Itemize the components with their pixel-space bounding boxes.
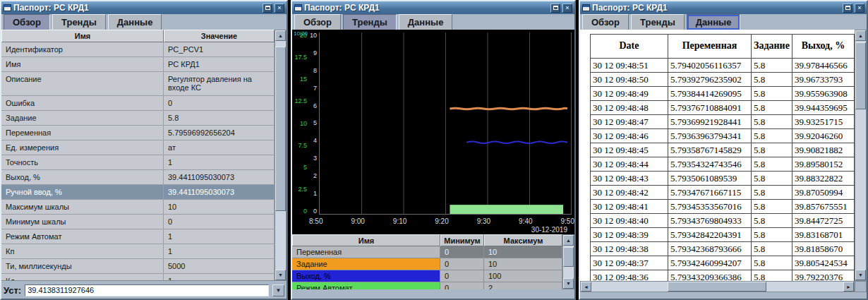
horizontal-scrollbar[interactable]: ◄ ► [580,281,855,292]
scroll-down-button[interactable]: ▼ [563,278,574,289]
table-row[interactable]: 30 12 09:48:37 5.79342460994207 5.8 39.8… [591,256,855,270]
table-row[interactable]: Точность 1 [1,155,275,170]
table-row[interactable]: 30 12 09:48:40 5.79343769804933 5.8 39.8… [591,214,855,228]
scrollbar-thumb[interactable] [275,47,286,211]
legend-header-name[interactable]: Имя [292,234,440,246]
column-header-name[interactable]: Имя [1,30,164,42]
close-button[interactable]: × [855,4,864,13]
legend-header-max[interactable]: Максимум [484,234,562,246]
column-header-output[interactable]: Выход, % [792,35,855,59]
restore-button[interactable] [843,4,852,13]
table-row[interactable]: 30 12 09:48:51 5.79402056116357 5.8 39.9… [591,59,855,73]
legend-vertical-scrollbar[interactable]: ▲ ▼ [562,234,574,289]
restore-button[interactable] [550,4,560,13]
table-row[interactable]: Ошибка 0 [1,96,275,111]
table-row[interactable]: Ед. измерения ат [1,140,275,155]
legend-header-min[interactable]: Минимум [440,234,484,246]
scroll-down-button[interactable]: ▼ [855,270,866,280]
scrollbar-track[interactable] [275,41,286,270]
cell-date: 30 12 09:48:45 [591,143,668,157]
tab-data[interactable]: Данные [399,14,453,30]
titlebar[interactable]: Паспорт: PC КРД1 × [292,1,574,14]
tab-trends[interactable]: Тренды [52,14,106,30]
legend-row[interactable]: Режим Автомат 0 2 [292,282,562,289]
column-header-variable[interactable]: Переменная [668,35,752,59]
column-header-setpoint[interactable]: Задание [752,35,792,59]
column-header-date[interactable]: Date [591,35,668,59]
scrollbar-track[interactable] [591,282,843,292]
cell-variable: 5.7935061089539 [668,172,752,186]
table-row[interactable]: Идентификатор PC_PCV1 [1,42,275,57]
tab-trends[interactable]: Тренды [343,14,397,30]
scrollbar-thumb[interactable] [668,282,766,292]
plot-area[interactable] [319,32,572,215]
tab-trends[interactable]: Тренды [631,14,685,30]
cell-output: 39.955963908 [792,87,855,101]
legend-row[interactable]: Задание 0 10 [292,258,562,270]
y-tick-label: 8 [308,68,317,74]
tab-data[interactable]: Данные [687,14,741,30]
legend-row[interactable]: Переменная 0 10 [292,246,562,258]
table-row[interactable]: Ручной ввод, % 39.4411095030073 [1,185,275,200]
tab-overview[interactable]: Обзор [294,14,341,30]
table-row[interactable]: 30 12 09:48:42 5.79347671667115 5.8 39.8… [591,186,855,200]
tab-data[interactable]: Данные [108,14,162,30]
scrollbar-track[interactable] [563,246,574,278]
table-row[interactable]: Задание 5.8 [1,111,275,126]
table-row[interactable]: Минимум шкалы 0 [1,215,275,229]
restore-button[interactable] [263,4,272,13]
table-row[interactable]: 30 12 09:48:43 5.7935061089539 5.8 39.88… [591,172,855,186]
table-row[interactable]: Кд 1 [1,274,275,281]
vertical-scrollbar[interactable]: ▲ ▼ [855,30,867,281]
scroll-up-button[interactable]: ▲ [563,235,574,246]
scrollbar-track[interactable] [855,41,866,270]
vertical-scrollbar[interactable]: ▲ ▼ [275,30,287,281]
legend-row[interactable]: Выход, % 0 100 [292,270,562,282]
param-value: 0 [164,96,275,111]
close-button[interactable]: × [562,4,572,13]
cell-variable: 5.79345353567016 [668,200,752,214]
scroll-right-button[interactable]: ► [843,282,854,292]
table-row[interactable]: Режим Автомат 1 [1,229,275,244]
scroll-down-button[interactable]: ▼ [275,270,286,280]
y-tick-label: 2 [308,173,317,179]
scroll-up-button[interactable]: ▲ [275,30,286,41]
titlebar[interactable]: Паспорт: PC КРД1 × [1,1,287,14]
scroll-up-button[interactable]: ▲ [855,30,866,41]
table-row[interactable]: Переменная 5.79596992656204 [1,126,275,140]
scroll-left-button[interactable]: ◄ [581,282,591,292]
scrollbar-thumb[interactable] [855,42,866,109]
plot-wrap: 2017.51512.5107.552.50 109876543210 [292,32,572,215]
table-row[interactable]: 30 12 09:48:45 5.79358767145829 5.8 39.9… [591,143,855,157]
setpoint-dropdown-button[interactable]: ▼ [272,284,284,296]
setpoint-input[interactable] [25,284,269,296]
table-row[interactable]: 30 12 09:48:48 5.79376710884091 5.8 39.9… [591,101,855,115]
table-row[interactable]: Выход, % 39.4411095030073 [1,170,275,185]
tab-overview[interactable]: Обзор [582,14,629,30]
tab-overview[interactable]: Обзор [4,14,50,30]
table-row[interactable]: Ти, миллисекунды 5000 [1,259,275,274]
table-row[interactable]: 30 12 09:48:46 5.79363963794341 5.8 39.9… [591,129,855,143]
cell-output: 39.978446566 [792,59,855,73]
cell-output: 39.944359695 [792,101,855,115]
titlebar[interactable]: Паспорт: PC КРД1 × [580,1,867,14]
table-row[interactable]: 30 12 09:48:49 5.79384414269095 5.8 39.9… [591,87,855,101]
cell-setpoint: 5.8 [752,73,792,87]
table-row[interactable]: 30 12 09:48:47 5.79369921928441 5.8 39.9… [591,115,855,129]
table-row[interactable]: 30 12 09:48:41 5.79345353567016 5.8 39.8… [591,200,855,214]
cell-output: 39.96733793 [792,73,855,87]
table-row[interactable]: 30 12 09:48:39 5.79342842204391 5.8 39.8… [591,228,855,242]
table-row[interactable]: Имя PC КРД1 [1,57,275,72]
table-row[interactable]: Описание Регулятор давления на входе КС [1,72,275,96]
table-row[interactable]: 30 12 09:48:50 5.79392796235902 5.8 39.9… [591,73,855,87]
cell-setpoint: 5.8 [752,157,792,172]
param-value: 1 [164,155,275,170]
table-row[interactable]: 30 12 09:48:36 5.79343209366386 5.8 39.7… [591,270,855,281]
table-row[interactable]: 30 12 09:48:38 5.79342368793666 5.8 39.8… [591,242,855,256]
scrollbar-thumb[interactable] [563,247,574,267]
table-row[interactable]: Максимум шкалы 10 [1,200,275,215]
close-button[interactable]: × [275,4,284,13]
table-row[interactable]: Кп 1 [1,244,275,259]
column-header-value[interactable]: Значение [164,30,275,42]
table-row[interactable]: 30 12 09:48:44 5.79354324743546 5.8 39.8… [591,157,855,172]
